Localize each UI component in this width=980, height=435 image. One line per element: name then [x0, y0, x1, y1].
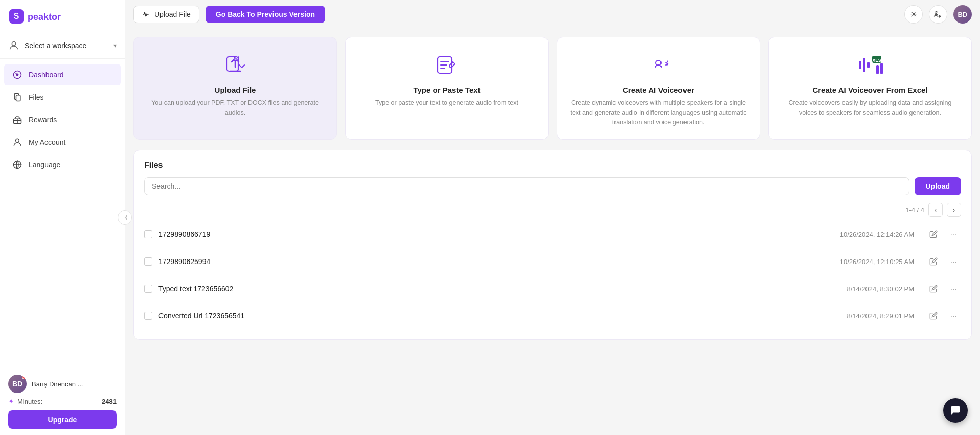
sun-icon: ☀	[910, 9, 918, 20]
upload-file-icon-svg	[223, 53, 247, 77]
workspace-selector[interactable]: Select a workspace ▾	[0, 33, 125, 59]
feature-card-upload-file[interactable]: Upload File You can upload your PDF, TXT…	[133, 37, 337, 140]
file-more-button-3[interactable]: ···	[947, 281, 961, 296]
type-paste-icon-svg	[435, 53, 459, 77]
go-back-button[interactable]: Go Back To Previous Version	[206, 6, 325, 23]
upload-file-card-desc: You can upload your PDF, TXT or DOCX fil…	[144, 98, 326, 118]
upload-file-label: Upload File	[154, 10, 191, 18]
theme-toggle-button[interactable]: ☀	[904, 5, 923, 24]
account-icon	[12, 137, 22, 147]
edit-icon	[929, 312, 938, 320]
svg-text:S: S	[14, 12, 19, 20]
table-row: 1729890625994 10/26/2024, 12:10:25 AM ··…	[144, 248, 961, 275]
pagination-info: 1-4 / 4	[905, 206, 924, 214]
sidebar-item-rewards[interactable]: Rewards	[4, 109, 121, 130]
logo-container: S peaktor	[0, 0, 125, 33]
sidebar-item-my-account-label: My Account	[29, 138, 65, 146]
file-checkbox-1[interactable]	[144, 230, 152, 238]
topbar-right: ☀ BD	[904, 5, 972, 24]
collapse-sidebar-button[interactable]: 《	[118, 210, 132, 225]
dashboard-icon	[12, 70, 22, 80]
file-edit-button-3[interactable]	[926, 281, 941, 296]
user-avatar-topbar[interactable]: BD	[953, 5, 972, 24]
sidebar-item-files-label: Files	[29, 93, 44, 101]
file-edit-button-4[interactable]	[926, 309, 941, 323]
file-checkbox-2[interactable]	[144, 257, 152, 266]
sidebar-item-rewards-label: Rewards	[29, 116, 57, 124]
file-checkbox-3[interactable]	[144, 285, 152, 293]
sidebar-item-language[interactable]: Language	[4, 154, 121, 176]
sidebar-item-language-label: Language	[29, 161, 60, 169]
search-upload-row: Upload	[144, 177, 961, 195]
svg-rect-7	[16, 95, 20, 101]
file-edit-button-2[interactable]	[926, 254, 941, 269]
svg-point-9	[16, 139, 19, 142]
type-paste-card-title: Type or Paste Text	[413, 85, 480, 94]
collapse-icon: 《	[122, 214, 128, 222]
svg-text:XLS: XLS	[872, 58, 881, 63]
upgrade-button[interactable]: Upgrade	[8, 410, 117, 429]
file-name-3: Typed text 1723656602	[158, 285, 840, 293]
svg-rect-15	[863, 58, 865, 72]
rewards-icon	[12, 115, 22, 125]
table-row: 1729890866719 10/26/2024, 12:14:26 AM ··…	[144, 221, 961, 248]
file-more-button-2[interactable]: ···	[947, 254, 961, 269]
user-info: BD Barış Direncan ...	[8, 375, 117, 393]
sidebar-item-files[interactable]: Files	[4, 86, 121, 108]
workspace-label: Select a workspace	[25, 41, 108, 50]
svg-point-5	[16, 74, 18, 75]
files-section: Files Upload 1-4 / 4 ‹ › 1729890866719 1…	[133, 150, 972, 340]
table-row: Typed text 1723656602 8/14/2024, 8:30:02…	[144, 275, 961, 302]
file-more-button-1[interactable]: ···	[947, 227, 961, 242]
main-content: Upload File Go Back To Previous Version …	[125, 0, 980, 435]
content-area: Upload File You can upload your PDF, TXT…	[125, 29, 980, 435]
notification-dot	[22, 375, 27, 379]
file-checkbox-4[interactable]	[144, 312, 152, 320]
prev-page-button[interactable]: ‹	[928, 203, 943, 217]
file-name-4: Converted Url 1723656541	[158, 312, 840, 320]
file-date-4: 8/14/2024, 8:29:01 PM	[847, 312, 914, 320]
chat-bubble-button[interactable]	[943, 398, 968, 423]
svg-rect-20	[880, 63, 883, 74]
nav-items: Dashboard Files Rewards My Account	[0, 59, 125, 368]
sidebar: S peaktor Select a workspace ▾ Dashboard…	[0, 0, 125, 435]
type-paste-card-icon	[434, 52, 460, 78]
feature-card-ai-voiceover-excel[interactable]: XLS Create AI Voiceover From Excel Creat…	[768, 37, 972, 140]
upload-file-button[interactable]: Upload File	[133, 6, 199, 23]
waveform-icon	[142, 10, 150, 18]
sidebar-item-dashboard[interactable]: Dashboard	[4, 64, 121, 85]
user-circle-icon	[8, 40, 19, 51]
svg-rect-19	[876, 65, 879, 74]
edit-icon	[929, 230, 938, 238]
file-more-button-4[interactable]: ···	[947, 309, 961, 323]
feature-card-type-paste[interactable]: Type or Paste Text Type or paste your te…	[345, 37, 549, 140]
translate-button[interactable]	[929, 5, 947, 24]
file-edit-button-1[interactable]	[926, 227, 941, 242]
ai-voiceover-excel-icon-svg: XLS	[857, 52, 883, 78]
file-name-2: 1729890625994	[158, 257, 834, 266]
files-icon	[12, 92, 22, 102]
ai-voiceover-excel-card-icon: XLS	[857, 52, 883, 78]
ai-voiceover-card-desc: Create dynamic voiceovers with multiple …	[567, 98, 749, 127]
ai-voiceover-excel-card-title: Create AI Voiceover From Excel	[812, 85, 927, 94]
edit-icon	[929, 285, 938, 293]
topbar: Upload File Go Back To Previous Version …	[125, 0, 980, 29]
files-header: Files	[144, 161, 961, 170]
search-input[interactable]	[144, 177, 909, 195]
ai-voiceover-icon-svg	[646, 53, 671, 77]
svg-text:peaktor: peaktor	[28, 12, 61, 22]
next-page-button[interactable]: ›	[947, 203, 961, 217]
ai-voiceover-card-title: Create AI Voiceover	[623, 85, 694, 94]
upload-button[interactable]: Upload	[915, 177, 961, 195]
file-date-1: 10/26/2024, 12:14:26 AM	[840, 231, 914, 238]
spark-icon: ✦	[8, 397, 14, 405]
user-name: Barış Direncan ...	[32, 380, 83, 388]
file-name-1: 1729890866719	[158, 230, 834, 238]
minutes-row: ✦ Minutes: 2481	[8, 397, 117, 405]
feature-card-ai-voiceover[interactable]: Create AI Voiceover Create dynamic voice…	[557, 37, 760, 140]
table-row: Converted Url 1723656541 8/14/2024, 8:29…	[144, 302, 961, 329]
ai-voiceover-card-icon	[645, 52, 672, 78]
svg-rect-16	[867, 62, 870, 68]
sidebar-item-my-account[interactable]: My Account	[4, 132, 121, 153]
minutes-value: 2481	[102, 398, 117, 405]
